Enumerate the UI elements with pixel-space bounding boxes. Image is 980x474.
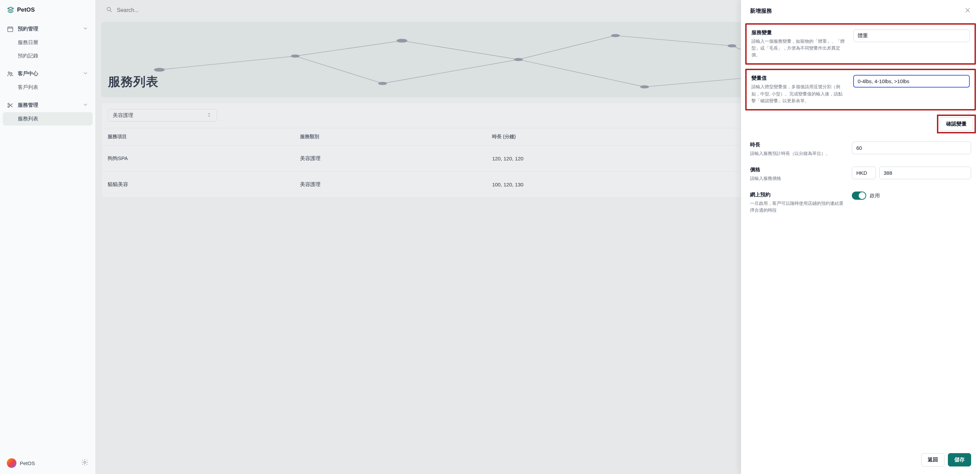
panel-body: 服務變量 請輸入一個服務變量，如寵物的「體重」、「體型」或「毛長」，方便為不同變… <box>741 22 980 447</box>
back-button[interactable]: 返回 <box>921 453 945 466</box>
sidebar-header: PetOS <box>0 0 95 22</box>
updown-icon <box>207 112 212 119</box>
field-variable-values: 變量值 請輸入體型變量值，多個值請用逗號分割（例如，中型, 小型）。完成變量值的… <box>745 69 976 110</box>
panel-title: 新增服務 <box>750 8 772 15</box>
svg-line-17 <box>383 59 519 83</box>
sidebar: PetOS 預約管理 服務日曆 預約記錄 <box>0 0 95 474</box>
panel-header: 新增服務 <box>741 0 980 22</box>
input-currency[interactable] <box>852 166 876 179</box>
page-title: 服務列表 <box>101 73 165 97</box>
search-icon <box>106 6 113 14</box>
sidebar-footer: PetOS <box>0 452 95 474</box>
th-name: 服務項目 <box>102 128 294 146</box>
toggle-label: 啟用 <box>870 193 880 199</box>
svg-rect-0 <box>8 27 13 32</box>
desc-online: 一旦啟用，客戶可以隨時使用店鋪的預約連結選擇合適的時段 <box>750 200 846 214</box>
chevron-down-icon <box>82 102 89 109</box>
svg-point-24 <box>641 86 649 88</box>
desc-values: 請輸入體型變量值，多個值請用逗號分割（例如，中型, 小型）。完成變量值的輸入後，… <box>751 83 847 104</box>
category-select[interactable]: 美容護理 <box>108 109 217 122</box>
label-variable: 服務變量 <box>751 29 847 36</box>
nav: 預約管理 服務日曆 預約記錄 客戶中心 <box>0 22 95 452</box>
save-button[interactable]: 儲存 <box>948 453 971 466</box>
svg-point-5 <box>84 461 86 463</box>
field-price: 價格 請輸入服務價格 <box>750 162 971 187</box>
nav-group-customers[interactable]: 客戶中心 <box>3 67 92 81</box>
svg-line-13 <box>616 35 732 46</box>
avatar[interactable] <box>7 458 16 468</box>
svg-point-22 <box>515 58 522 61</box>
gear-icon[interactable] <box>81 459 89 468</box>
scissors-icon <box>7 102 14 109</box>
desc-variable: 請輸入一個服務變量，如寵物的「體重」、「體型」或「毛長」，方便為不同變量作出差異… <box>751 38 847 59</box>
svg-point-18 <box>154 68 164 72</box>
svg-point-6 <box>107 7 110 11</box>
svg-line-11 <box>519 35 616 59</box>
label-duration: 時長 <box>750 142 846 148</box>
nav-group-label: 服務管理 <box>18 102 38 109</box>
svg-point-21 <box>397 39 407 42</box>
input-variable[interactable] <box>853 29 970 42</box>
label-values: 變量值 <box>751 75 847 81</box>
svg-line-10 <box>402 41 519 59</box>
chevron-down-icon <box>82 70 89 77</box>
th-category: 服務類別 <box>294 128 486 146</box>
desc-price: 請輸入服務價格 <box>750 175 846 182</box>
field-duration: 時長 請輸入服務預計時長（以分鐘為單位）。 <box>750 137 971 162</box>
field-online-booking: 網上預約 一旦啟用，客戶可以隨時使用店鋪的預約連結選擇合適的時段 啟用 <box>750 187 971 219</box>
nav-item-records[interactable]: 預約記錄 <box>3 49 92 62</box>
field-service-variable: 服務變量 請輸入一個服務變量，如寵物的「體重」、「體型」或「毛長」，方便為不同變… <box>745 23 976 65</box>
panel-footer: 返回 儲存 <box>741 447 980 474</box>
confirm-variable-button[interactable]: 確認變量 <box>940 117 973 131</box>
close-icon[interactable] <box>964 7 971 15</box>
nav-item-calendar[interactable]: 服務日曆 <box>3 36 92 49</box>
svg-point-2 <box>11 72 12 74</box>
input-duration[interactable] <box>852 142 971 154</box>
label-price: 價格 <box>750 166 846 173</box>
users-icon <box>7 70 14 77</box>
nav-item-customer-list[interactable]: 客戶列表 <box>3 81 92 94</box>
confirm-row: 確認變量 <box>745 115 976 133</box>
input-values[interactable] <box>853 75 970 88</box>
svg-point-20 <box>379 82 387 85</box>
svg-line-12 <box>519 59 644 87</box>
svg-line-9 <box>295 41 402 56</box>
select-value: 美容護理 <box>113 112 133 119</box>
nav-group-label: 預約管理 <box>18 26 38 32</box>
brand-name: PetOS <box>17 6 35 13</box>
logo-icon <box>7 6 14 14</box>
nav-group-booking[interactable]: 預約管理 <box>3 22 92 36</box>
svg-point-3 <box>8 103 9 104</box>
svg-line-7 <box>159 56 295 70</box>
nav-group-services[interactable]: 服務管理 <box>3 98 92 112</box>
nav-item-service-list[interactable]: 服務列表 <box>3 112 92 126</box>
svg-point-1 <box>8 72 10 73</box>
side-panel: 新增服務 服務變量 請輸入一個服務變量，如寵物的「體重」、「體型」或「毛長」，方… <box>741 0 980 474</box>
svg-point-4 <box>8 106 9 107</box>
svg-point-25 <box>728 45 736 47</box>
svg-point-19 <box>291 55 299 57</box>
svg-point-23 <box>612 34 619 37</box>
footer-user-name: PetOS <box>20 460 35 466</box>
desc-duration: 請輸入服務預計時長（以分鐘為單位）。 <box>750 150 846 157</box>
toggle-online[interactable] <box>852 192 866 200</box>
nav-group-label: 客戶中心 <box>18 70 38 77</box>
label-online: 網上預約 <box>750 192 846 198</box>
calendar-icon <box>7 26 14 32</box>
th-duration: 時長 (分鐘) <box>486 128 742 146</box>
svg-line-8 <box>295 56 383 83</box>
input-price[interactable] <box>879 166 971 179</box>
chevron-down-icon <box>82 25 89 32</box>
